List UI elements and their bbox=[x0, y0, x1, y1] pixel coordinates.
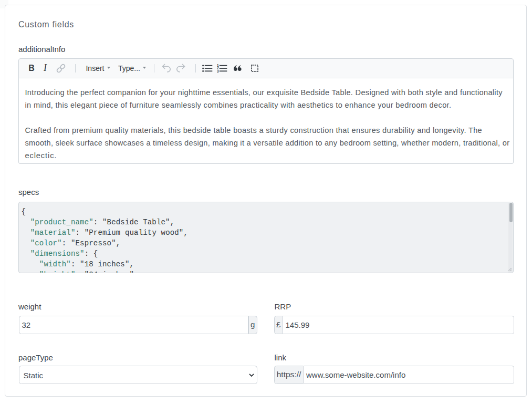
svg-text:3: 3 bbox=[217, 69, 219, 73]
